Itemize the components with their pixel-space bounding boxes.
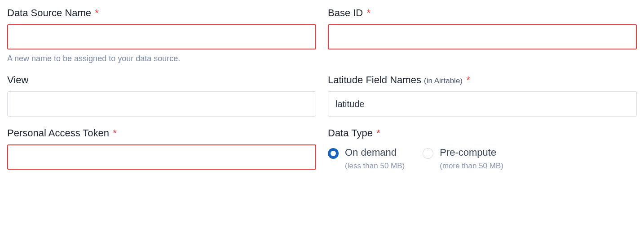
data-source-name-input[interactable] [7,24,316,50]
personal-access-token-label-text: Personal Access Token [7,127,109,139]
field-data-type: Data Type * On demand (less than 50 MB) … [328,127,637,171]
data-type-label: Data Type * [328,127,637,139]
radio-circle-icon [328,148,339,159]
required-marker: * [113,127,117,139]
data-source-name-label: Data Source Name * [7,7,316,19]
field-base-id: Base ID * [328,7,637,63]
field-personal-access-token: Personal Access Token * [7,127,316,171]
base-id-input[interactable] [328,24,637,50]
field-latitude-field-names: Latitude Field Names (in Airtable) * [328,74,637,117]
radio-circle-icon [423,148,433,159]
radio-option-on-demand[interactable]: On demand (less than 50 MB) [328,146,405,171]
base-id-label-text: Base ID [328,7,363,18]
latitude-field-names-label-text: Latitude Field Names [328,74,421,86]
field-data-source-name: Data Source Name * A new name to be assi… [7,7,316,63]
radio-hint-pre-compute: (more than 50 MB) [440,162,503,171]
latitude-field-names-sublabel: (in Airtable) [424,76,463,85]
required-marker: * [95,7,99,18]
view-label: View [7,74,316,86]
form-grid: Data Source Name * A new name to be assi… [7,7,637,181]
latitude-field-names-input[interactable] [328,91,637,117]
radio-option-pre-compute[interactable]: Pre-compute (more than 50 MB) [423,146,503,171]
latitude-field-names-label: Latitude Field Names (in Airtable) * [328,74,637,86]
data-type-radio-group: On demand (less than 50 MB) Pre-compute … [328,144,637,171]
personal-access-token-input[interactable] [7,144,316,170]
radio-text: Pre-compute (more than 50 MB) [440,146,503,171]
view-label-text: View [7,74,28,86]
radio-label-pre-compute: Pre-compute [440,146,503,159]
data-source-name-help: A new name to be assigned to your data s… [7,54,316,63]
view-input[interactable] [7,91,316,117]
radio-label-on-demand: On demand [345,146,405,159]
required-marker: * [376,127,380,139]
required-marker: * [466,74,470,86]
radio-hint-on-demand: (less than 50 MB) [345,162,405,171]
radio-text: On demand (less than 50 MB) [345,146,405,171]
base-id-label: Base ID * [328,7,637,19]
data-type-label-text: Data Type [328,127,373,139]
required-marker: * [366,7,371,18]
field-view: View [7,74,316,117]
personal-access-token-label: Personal Access Token * [7,127,316,139]
data-source-name-label-text: Data Source Name [7,7,91,18]
